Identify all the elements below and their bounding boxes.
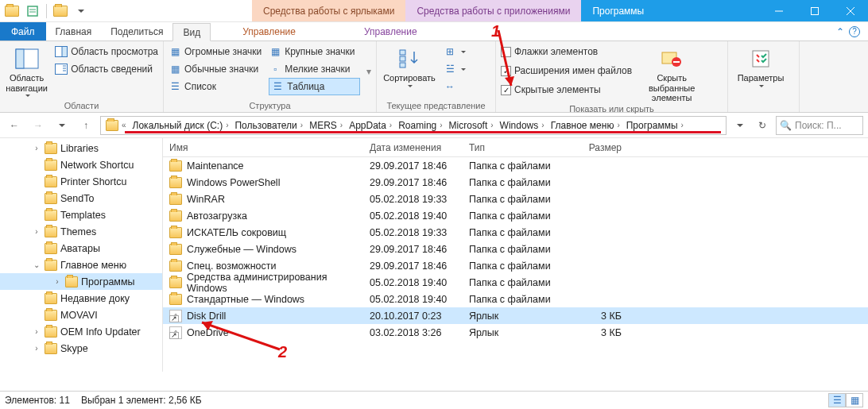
tree-item-label: Программы xyxy=(81,276,135,287)
list-item[interactable]: Windows PowerShell29.09.2017 18:46Папка … xyxy=(163,174,868,191)
list-item[interactable]: Служебные — Windows29.09.2017 18:46Папка… xyxy=(163,241,868,257)
ribbon-collapse[interactable]: ⌃? xyxy=(828,22,868,41)
tree-item[interactable]: ›Программы xyxy=(0,273,162,290)
tree-item[interactable]: ›OEM Info Updater xyxy=(0,323,162,340)
tree-item[interactable]: Network Shortcu xyxy=(0,156,162,173)
file-size: 3 КБ xyxy=(564,327,628,338)
size-columns-button[interactable]: ↔ xyxy=(444,78,466,95)
tree-item[interactable]: ›Themes xyxy=(0,223,162,240)
options-button[interactable]: Параметры xyxy=(733,43,789,100)
column-name[interactable]: Имя xyxy=(163,142,370,153)
list-item[interactable]: ⌂Disk Drill20.10.2017 0:23Ярлык3 КБ xyxy=(163,307,868,324)
layout-medium-icons[interactable]: ▦Обычные значки xyxy=(169,60,262,78)
add-columns-button[interactable]: ⊞ xyxy=(444,43,466,60)
maximize-button[interactable] xyxy=(796,0,832,22)
help-icon[interactable]: ? xyxy=(849,26,860,37)
column-headers[interactable]: Имя Дата изменения Тип Размер xyxy=(163,138,868,157)
layout-large-icons[interactable]: ▦Крупные значки xyxy=(269,43,360,60)
expand-icon[interactable]: › xyxy=(32,344,41,353)
expand-icon[interactable]: › xyxy=(52,277,62,286)
tree-item-label: Аватары xyxy=(60,243,100,254)
options-icon xyxy=(748,46,773,71)
tree-item-label: Themes xyxy=(60,226,96,237)
expand-icon[interactable]: ⌄ xyxy=(32,260,41,269)
svg-rect-10 xyxy=(62,47,68,57)
medium-icons-icon: ▦ xyxy=(169,63,181,75)
address-dropdown-button[interactable] xyxy=(731,117,749,134)
column-date[interactable]: Дата изменения xyxy=(370,142,469,153)
tree-item-label: Главное меню xyxy=(60,260,126,271)
address-bar[interactable]: « Локальный диск (C:)›Пользователи›MERS›… xyxy=(100,116,727,135)
details-view-button[interactable]: ☰ xyxy=(828,393,846,407)
layout-list[interactable]: ☰Список xyxy=(169,78,262,95)
tree-item[interactable]: ›Libraries xyxy=(0,140,162,156)
tree-item[interactable]: SendTo xyxy=(0,190,162,206)
tree-item[interactable]: Аватары xyxy=(0,240,162,257)
recent-locations-button[interactable] xyxy=(52,116,72,135)
column-size[interactable]: Размер xyxy=(564,142,628,153)
layout-details[interactable]: ☰Таблица xyxy=(269,78,360,95)
file-extensions-toggle[interactable]: ✓Расширения имен файлов xyxy=(501,62,632,79)
tab-view[interactable]: Вид xyxy=(172,23,211,41)
column-type[interactable]: Тип xyxy=(469,142,564,153)
layout-more-icon[interactable]: ▾ xyxy=(366,66,371,77)
file-type: Папка с файлами xyxy=(469,160,564,172)
quick-access-toolbar xyxy=(0,0,93,21)
tab-manage-shortcuts[interactable]: Управление xyxy=(233,22,305,41)
layout-small-icons[interactable]: ▫Мелкие значки xyxy=(269,60,360,78)
tree-item[interactable]: ›Skype xyxy=(0,340,162,357)
list-item[interactable]: Автозагрузка05.02.2018 19:40Папка с файл… xyxy=(163,207,868,224)
refresh-button[interactable]: ↻ xyxy=(754,117,771,134)
minimize-button[interactable] xyxy=(761,0,796,22)
list-item[interactable]: WinRAR05.02.2018 19:33Папка с файлами xyxy=(163,191,868,207)
layout-huge-icons[interactable]: ▦Огромные значки xyxy=(169,43,262,60)
context-tab-shortcut-tools[interactable]: Средства работы с ярлыками xyxy=(252,0,405,21)
sort-button[interactable]: Сортировать xyxy=(382,43,437,100)
close-button[interactable] xyxy=(832,0,868,22)
up-button[interactable]: ↑ xyxy=(76,116,95,135)
chevron-right-icon: › xyxy=(226,121,228,129)
file-date: 05.02.2018 19:33 xyxy=(370,194,469,205)
autosize-icon: ↔ xyxy=(444,80,456,93)
list-item[interactable]: ⌂OneDrive03.02.2018 3:26Ярлык3 КБ xyxy=(163,324,868,341)
group-label: Структура xyxy=(169,100,371,112)
search-input[interactable]: 🔍Поиск: П... xyxy=(776,116,863,135)
list-item[interactable]: Maintenance29.09.2017 18:46Папка с файла… xyxy=(163,157,868,174)
hidden-items-toggle[interactable]: ✓Скрытые элементы xyxy=(501,81,632,98)
new-folder-icon[interactable] xyxy=(52,2,69,20)
tab-file[interactable]: Файл xyxy=(0,22,46,41)
tree-item-label: Недавние доку xyxy=(60,293,130,304)
hide-selected-button[interactable]: Скрыть выбранные элементы xyxy=(638,43,705,103)
tree-item[interactable]: Недавние доку xyxy=(0,290,162,307)
tree-item[interactable]: Templates xyxy=(0,206,162,223)
expand-icon[interactable]: › xyxy=(32,144,41,152)
navigation-pane-button[interactable]: Область навигации xyxy=(5,43,48,100)
tab-share[interactable]: Поделиться xyxy=(101,22,172,41)
file-date: 03.02.2018 3:26 xyxy=(370,327,469,338)
list-item[interactable]: Стандартные — Windows05.02.2018 19:40Пап… xyxy=(163,291,868,307)
tree-item[interactable]: MOVAVI xyxy=(0,307,162,323)
details-pane-button[interactable]: Область сведений xyxy=(55,60,158,78)
file-list[interactable]: Имя Дата изменения Тип Размер Maintenanc… xyxy=(163,138,868,372)
list-item[interactable]: ИСКАТЕЛЬ сокровищ05.02.2018 19:33Папка с… xyxy=(163,224,868,241)
tree-item[interactable]: ⌄Главное меню xyxy=(0,257,162,273)
context-tab-app-tools[interactable]: Средства работы с приложениями xyxy=(405,0,581,21)
expand-icon[interactable]: › xyxy=(32,327,41,336)
add-columns-icon: ⊞ xyxy=(444,45,456,58)
folder-icon[interactable] xyxy=(3,2,21,20)
group-by-button[interactable]: ☱ xyxy=(444,60,466,78)
tab-manage-apps[interactable]: Управление xyxy=(355,22,427,41)
context-tabs: Средства работы с ярлыками Средства рабо… xyxy=(252,0,581,21)
forward-button[interactable]: → xyxy=(29,116,48,135)
tab-home[interactable]: Главная xyxy=(46,22,102,41)
expand-icon[interactable]: › xyxy=(32,227,41,236)
icons-view-button[interactable]: ▦ xyxy=(846,393,863,407)
item-checkboxes-toggle[interactable]: Флажки элементов xyxy=(501,43,632,60)
preview-pane-button[interactable]: Область просмотра xyxy=(55,43,158,60)
navigation-tree[interactable]: ›LibrariesNetwork ShortcuPrinter Shortcu… xyxy=(0,138,163,372)
qat-dropdown-icon[interactable] xyxy=(72,2,90,20)
back-button[interactable]: ← xyxy=(5,116,24,135)
tree-item[interactable]: Printer Shortcu xyxy=(0,173,162,190)
list-item[interactable]: Средства администрирования Windows05.02.… xyxy=(163,274,868,291)
properties-icon[interactable] xyxy=(24,2,41,20)
